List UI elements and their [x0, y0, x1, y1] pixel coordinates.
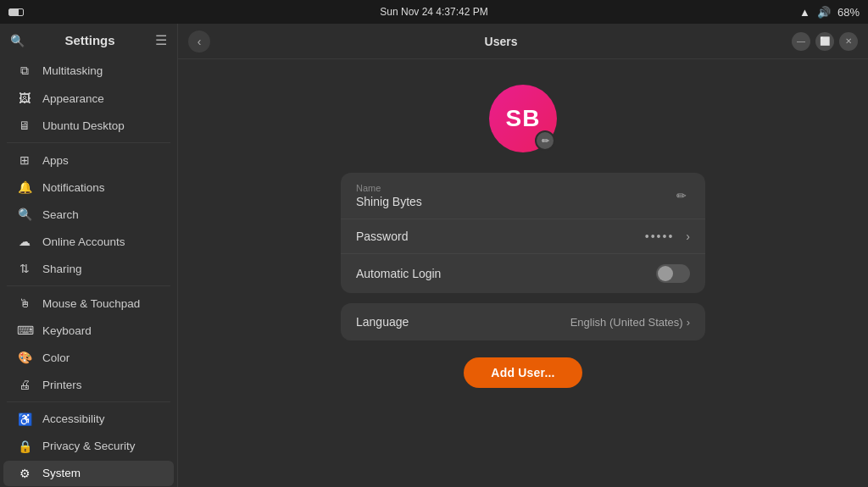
sidebar-item-label: Ubuntu Desktop — [42, 119, 125, 132]
sidebar-item-label: System — [42, 467, 81, 479]
password-label: Password — [356, 230, 408, 243]
automatic-login-row: Automatic Login — [341, 254, 705, 293]
sidebar-item-accessibility[interactable]: ♿ Accessibility — [3, 407, 174, 432]
sidebar-item-label: Sharing — [42, 263, 82, 275]
avatar-edit-button[interactable]: ✏ — [535, 130, 555, 151]
window-header: ‹ Users — ⬜ ✕ — [178, 24, 868, 59]
add-user-button[interactable]: Add User... — [464, 357, 581, 388]
language-arrow: › — [687, 316, 690, 329]
apps-icon: ⊞ — [17, 153, 32, 167]
ubuntu-desktop-icon: 🖥 — [17, 119, 32, 132]
sidebar-item-label: Privacy & Security — [42, 440, 136, 452]
sidebar-item-label: Notifications — [42, 181, 105, 194]
sidebar-item-apps[interactable]: ⊞ Apps — [3, 147, 174, 173]
main-layout: 🔍 Settings ☰ ⧉ Multitasking 🖼 Appearance… — [0, 24, 868, 487]
name-group: Name Shinig Bytes — [356, 183, 422, 208]
minimize-button[interactable]: — — [792, 32, 810, 51]
sidebar-item-label: Printers — [42, 379, 82, 391]
avatar-container: SB ✏ — [489, 85, 557, 152]
sidebar-divider-1 — [7, 142, 170, 143]
sidebar-item-label: Color — [42, 351, 70, 364]
maximize-button[interactable]: ⬜ — [815, 32, 834, 51]
sidebar-item-privacy-security[interactable]: 🔒 Privacy & Security — [3, 434, 174, 459]
accessibility-icon: ♿ — [17, 412, 32, 426]
sidebar-search-icon[interactable]: 🔍 — [10, 34, 25, 47]
password-dots: ••••• — [645, 230, 675, 243]
sidebar-header: 🔍 Settings ☰ — [0, 24, 177, 57]
name-value: Shinig Bytes — [356, 195, 422, 208]
sidebar-item-label: Search — [42, 208, 79, 221]
sidebar-item-appearance[interactable]: 🖼 Appearance — [3, 86, 174, 111]
password-right: ••••• › — [645, 230, 690, 243]
automatic-login-label: Automatic Login — [356, 267, 441, 280]
back-button[interactable]: ‹ — [188, 30, 210, 53]
avatar-initials: SB — [506, 105, 541, 132]
sidebar-item-ubuntu-desktop[interactable]: 🖥 Ubuntu Desktop — [3, 113, 174, 138]
sidebar-item-label: Multitasking — [42, 64, 103, 77]
password-row[interactable]: Password ••••• › — [341, 219, 705, 254]
automatic-login-toggle[interactable] — [656, 264, 690, 283]
wifi-icon: ▲ — [799, 6, 810, 19]
sidebar-item-sharing[interactable]: ⇅ Sharing — [3, 256, 174, 281]
sidebar-menu-icon[interactable]: ☰ — [155, 32, 167, 48]
sidebar-divider-2 — [7, 285, 170, 286]
topbar-left — [8, 8, 24, 16]
sharing-icon: ⇅ — [17, 262, 32, 275]
appearance-icon: 🖼 — [17, 91, 32, 105]
system-icon: ⚙ — [17, 467, 32, 480]
users-settings: SB ✏ Name Shinig Bytes ✏ — [178, 59, 868, 487]
sidebar-item-system[interactable]: ⚙ System — [3, 461, 174, 486]
sidebar-item-color[interactable]: 🎨 Color — [3, 345, 174, 370]
window-nav: ‹ — [188, 30, 210, 53]
sidebar-item-label: Online Accounts — [42, 235, 125, 248]
sound-icon: 🔊 — [817, 6, 831, 19]
window-controls: — ⬜ ✕ — [792, 32, 858, 51]
sidebar-item-search[interactable]: 🔍 Search — [3, 202, 174, 227]
privacy-icon: 🔒 — [17, 440, 32, 453]
sidebar-divider-3 — [7, 401, 170, 402]
sidebar-item-label: Accessibility — [42, 412, 105, 425]
battery-percent: 68% — [837, 6, 860, 19]
window-title: Users — [485, 35, 518, 48]
avatar-edit-icon: ✏ — [542, 136, 549, 147]
sidebar-item-label: Keyboard — [42, 324, 92, 337]
name-label: Name — [356, 183, 422, 193]
sidebar-item-keyboard[interactable]: ⌨ Keyboard — [3, 318, 174, 343]
sidebar: 🔍 Settings ☰ ⧉ Multitasking 🖼 Appearance… — [0, 24, 178, 487]
content-area: ‹ Users — ⬜ ✕ SB ✏ — [178, 24, 868, 487]
sidebar-title: Settings — [64, 33, 114, 47]
sidebar-item-printers[interactable]: 🖨 Printers — [3, 372, 174, 397]
sidebar-item-label: Apps — [42, 154, 69, 167]
multitasking-icon: ⧉ — [17, 64, 32, 78]
language-value: English (United States) — [570, 316, 683, 329]
name-edit-button[interactable]: ✏ — [673, 185, 690, 206]
sidebar-item-notifications[interactable]: 🔔 Notifications — [3, 174, 174, 200]
search-icon: 🔍 — [17, 208, 32, 221]
name-edit-icon: ✏ — [676, 189, 687, 202]
printers-icon: 🖨 — [17, 378, 32, 391]
name-row: Name Shinig Bytes ✏ — [341, 173, 705, 219]
mouse-icon: 🖱 — [17, 296, 32, 310]
sidebar-item-label: Mouse & Touchpad — [42, 297, 140, 310]
sidebar-item-online-accounts[interactable]: ☁ Online Accounts — [3, 229, 174, 254]
toggle-knob — [658, 266, 673, 281]
online-accounts-icon: ☁ — [17, 235, 32, 248]
language-label: Language — [356, 315, 409, 329]
topbar: Sun Nov 24 4:37:42 PM ▲ 🔊 68% — [0, 0, 868, 24]
language-row[interactable]: Language English (United States) › — [341, 303, 705, 340]
language-value-group: English (United States) › — [570, 316, 690, 329]
topbar-right: ▲ 🔊 68% — [799, 6, 860, 19]
keyboard-icon: ⌨ — [17, 324, 32, 337]
topbar-datetime: Sun Nov 24 4:37:42 PM — [380, 6, 487, 18]
color-icon: 🎨 — [17, 351, 32, 364]
notifications-icon: 🔔 — [17, 180, 32, 194]
sidebar-item-label: Appearance — [42, 92, 104, 105]
battery-icon — [8, 8, 24, 16]
password-arrow: › — [686, 230, 690, 243]
sidebar-item-multitasking[interactable]: ⧉ Multitasking — [3, 58, 174, 84]
sidebar-item-mouse-touchpad[interactable]: 🖱 Mouse & Touchpad — [3, 291, 174, 316]
language-card[interactable]: Language English (United States) › — [341, 303, 705, 340]
close-button[interactable]: ✕ — [839, 32, 858, 51]
user-info-card: Name Shinig Bytes ✏ Password ••••• › — [341, 173, 705, 293]
